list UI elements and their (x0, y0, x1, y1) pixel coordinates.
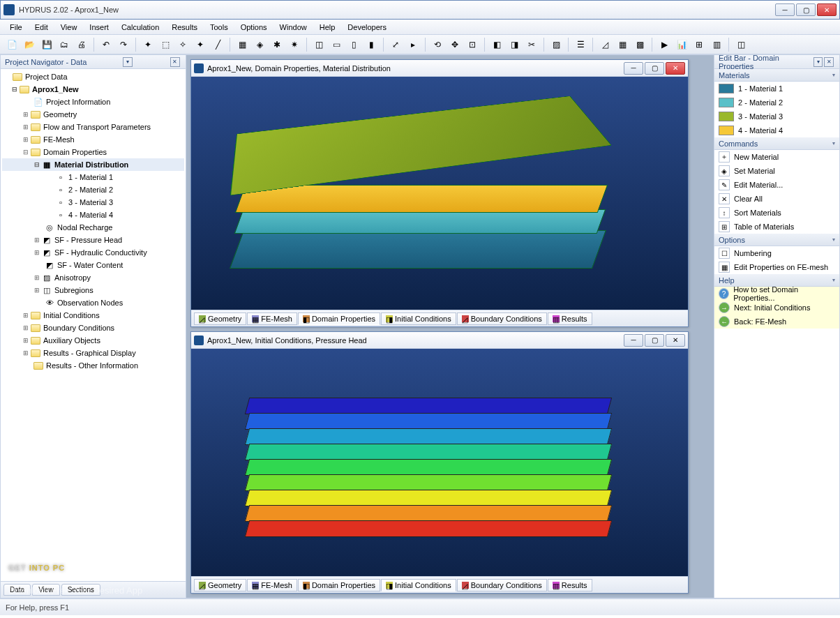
tree-boundary[interactable]: Boundary Conditions (43, 324, 114, 332)
hatch-icon[interactable]: ▨ (548, 37, 564, 52)
section-materials[interactable]: Materials▾ (714, 69, 839, 82)
star2-icon[interactable]: ✷ (287, 37, 302, 52)
tree-aux[interactable]: Auxiliary Objects (43, 336, 100, 345)
nodes-icon[interactable]: ✦ (193, 37, 208, 52)
cmd-new-material[interactable]: ＋New Material (714, 150, 839, 164)
run-icon[interactable]: ▶ (657, 37, 672, 52)
help-howto[interactable]: ?How to set Domain Properties... (714, 287, 839, 301)
cmd-edit-material[interactable]: ✎Edit Material... (714, 178, 839, 192)
tree-mat3[interactable]: 3 - Material 3 (68, 198, 113, 206)
tree-sf-water[interactable]: SF - Water Content (57, 261, 123, 269)
tree-geometry[interactable]: Geometry (43, 110, 77, 119)
tree-mat2[interactable]: 2 - Material 2 (68, 186, 113, 194)
cmd-set-material[interactable]: ◈Set Material (714, 164, 839, 178)
vtab-domain-2[interactable]: ◧Domain Properties (298, 579, 380, 591)
tree-initial[interactable]: Initial Conditions (43, 311, 100, 319)
menu-window[interactable]: Window (274, 22, 313, 33)
tri-icon[interactable]: ◿ (597, 37, 613, 52)
subwin2-max[interactable]: ▢ (645, 334, 664, 347)
star-icon[interactable]: ✱ (269, 37, 285, 52)
pan-icon[interactable]: ✥ (447, 37, 463, 52)
tree-flow[interactable]: Flow and Transport Parameters (43, 123, 151, 131)
tree-results-gd[interactable]: Results - Graphical Display (43, 349, 136, 357)
section-options[interactable]: Options▾ (714, 234, 839, 246)
editbar-pin-icon[interactable]: ▾ (813, 57, 823, 67)
new-icon[interactable]: 📄 (4, 37, 20, 52)
tree-sf-pressure[interactable]: SF - Pressure Head (54, 236, 122, 244)
vtab-initial-2[interactable]: ◨Initial Conditions (381, 579, 456, 591)
section-commands[interactable]: Commands▾ (714, 137, 839, 150)
menu-results[interactable]: Results (166, 22, 203, 33)
tree-mat4[interactable]: 4 - Material 4 (68, 211, 113, 219)
tree-root[interactable]: Project Data (25, 73, 68, 81)
material-3[interactable]: 3 - Material 3 (714, 110, 839, 123)
tree-anisotropy[interactable]: Anisotropy (54, 273, 91, 282)
vtab-results-1[interactable]: ▥Results (548, 312, 592, 325)
cube2-icon[interactable]: ◨ (507, 37, 522, 52)
tree-obs[interactable]: Observation Nodes (57, 299, 123, 307)
vtab-geometry-2[interactable]: ◿Geometry (194, 579, 246, 591)
menu-file[interactable]: File (4, 22, 28, 33)
chart-icon[interactable]: 📊 (674, 37, 689, 52)
tree-matdist[interactable]: Material Distribution (54, 160, 128, 169)
subwin1-close[interactable]: ✕ (666, 62, 685, 75)
vtab-initial-1[interactable]: ◨Initial Conditions (381, 312, 456, 325)
viewyz-icon[interactable]: ▮ (363, 37, 379, 52)
save-icon[interactable]: 💾 (39, 37, 54, 52)
list-icon[interactable]: ☰ (573, 37, 588, 52)
select-icon[interactable]: ⬚ (158, 37, 173, 52)
menu-insert[interactable]: Insert (84, 22, 114, 33)
cut-icon[interactable]: ✂ (524, 37, 539, 52)
vtab-femesh-2[interactable]: ▦FE-Mesh (247, 579, 297, 591)
menu-view[interactable]: View (55, 22, 83, 33)
subwin2-titlebar[interactable]: Aprox1_New, Initial Conditions, Pressure… (191, 332, 688, 349)
menu-calculation[interactable]: Calculation (116, 22, 165, 33)
material-2[interactable]: 2 - Material 2 (714, 96, 839, 110)
tree-results-oi[interactable]: Results - Other Information (46, 361, 138, 370)
menu-help[interactable]: Help (314, 22, 341, 33)
flag-icon[interactable]: ▸ (405, 37, 421, 52)
open-icon[interactable]: 📂 (22, 37, 37, 52)
tree-nodal[interactable]: Nodal Recharge (57, 223, 113, 232)
close-button[interactable]: ✕ (817, 3, 837, 16)
tree-mat1[interactable]: 1 - Material 1 (68, 173, 113, 181)
point-icon[interactable]: ✧ (175, 37, 190, 52)
viewport-material[interactable] (191, 77, 688, 310)
saveall-icon[interactable]: 🗂 (57, 37, 72, 52)
subwin2-close[interactable]: ✕ (666, 334, 685, 347)
menu-edit[interactable]: Edit (29, 22, 54, 33)
view3d-icon[interactable]: ◫ (311, 37, 327, 52)
axis-icon[interactable]: ⤢ (388, 37, 403, 52)
zoom-icon[interactable]: ⊡ (465, 37, 480, 52)
help-back[interactable]: ←Back: FE-Mesh (714, 315, 839, 329)
mesh3-icon[interactable]: ▩ (632, 37, 647, 52)
vtab-boundary-1[interactable]: ◿Boundary Conditions (457, 312, 547, 325)
menu-tools[interactable]: Tools (204, 22, 234, 33)
subwin1-max[interactable]: ▢ (645, 62, 664, 75)
opt-edit-fe[interactable]: ▦Edit Properties on FE-mesh (714, 260, 839, 274)
vtab-geometry-1[interactable]: ◿Geometry (194, 312, 246, 325)
subwin1-titlebar[interactable]: Aprox1_New, Domain Properties, Material … (191, 60, 688, 77)
project-tree[interactable]: Project Data ⊟Aprox1_New 📄Project Inform… (1, 69, 186, 581)
opt-numbering[interactable]: ☐Numbering (714, 246, 839, 260)
material-1[interactable]: 1 - Material 1 (714, 82, 839, 96)
rotate-icon[interactable]: ⟲ (430, 37, 445, 52)
grid-icon[interactable]: ▦ (234, 37, 250, 52)
vtab-femesh-1[interactable]: ▦FE-Mesh (247, 312, 297, 325)
tree-subregions[interactable]: Subregions (54, 286, 93, 294)
redo-icon[interactable]: ↷ (116, 37, 131, 52)
subwin1-min[interactable]: ─ (624, 62, 643, 75)
tree-femesh[interactable]: FE-Mesh (43, 135, 75, 144)
pin-icon[interactable]: ▾ (123, 57, 133, 67)
material-4[interactable]: 4 - Material 4 (714, 123, 839, 137)
close-panel-icon[interactable]: ✕ (170, 57, 180, 67)
cmd-table-materials[interactable]: ⊞Table of Materials (714, 220, 839, 234)
vtab-results-2[interactable]: ▥Results (548, 579, 592, 591)
help-next[interactable]: →Next: Initial Conditions (714, 301, 839, 315)
vtab-domain-1[interactable]: ◧Domain Properties (298, 312, 380, 325)
menu-developers[interactable]: Developers (342, 22, 392, 33)
wizard-icon[interactable]: ✦ (140, 37, 156, 52)
viewxz-icon[interactable]: ▯ (346, 37, 361, 52)
cmd-sort-materials[interactable]: ↕Sort Materials (714, 206, 839, 220)
tree-project-info[interactable]: Project Information (46, 98, 110, 106)
